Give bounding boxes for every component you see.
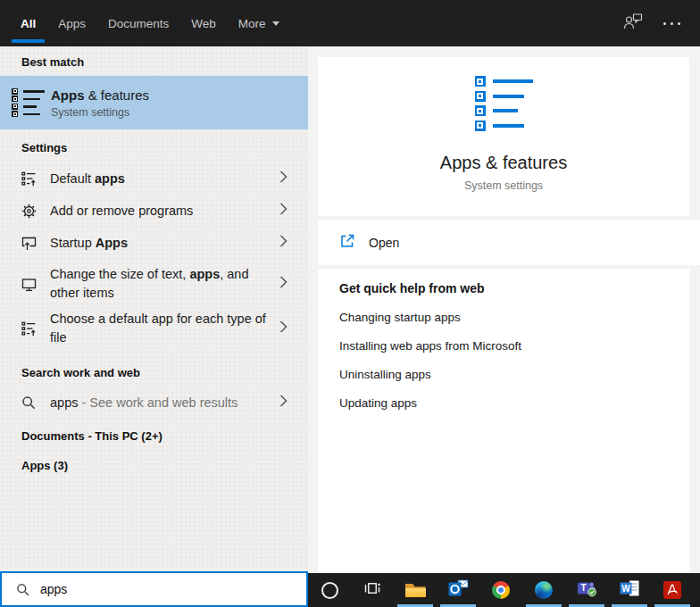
chevron-right-icon bbox=[279, 320, 288, 337]
svg-text:T: T bbox=[580, 583, 586, 593]
best-match-result[interactable]: Apps & features System settings bbox=[0, 76, 308, 129]
feedback-icon[interactable] bbox=[622, 12, 644, 35]
open-action-label: Open bbox=[369, 236, 399, 250]
topbar-actions bbox=[622, 0, 680, 46]
apps-features-icon-large bbox=[318, 76, 689, 131]
search-work-web-header: Search work and web bbox=[0, 366, 308, 380]
search-input[interactable] bbox=[38, 581, 306, 597]
filter-tabs: All Apps Documents Web More bbox=[21, 0, 279, 46]
settings-header: Settings bbox=[0, 141, 308, 155]
word-icon: W bbox=[620, 579, 640, 601]
startup-monitor-icon bbox=[21, 236, 50, 251]
preview-hero-card: Apps & features System settings bbox=[318, 57, 689, 216]
result-startup-apps[interactable]: Startup Apps bbox=[0, 227, 308, 259]
taskbar-search-box bbox=[0, 571, 308, 607]
quick-help-card: Get quick help from web Changing startup… bbox=[318, 269, 689, 573]
result-label: Startup Apps bbox=[50, 234, 128, 253]
tab-more-label: More bbox=[238, 17, 266, 30]
open-action[interactable]: Open bbox=[318, 220, 700, 265]
result-add-remove-programs[interactable]: Add or remove programs bbox=[0, 195, 308, 227]
tab-documents-label: Documents bbox=[108, 17, 169, 30]
windows-search-flyout: All Apps Documents Web More Best match bbox=[0, 0, 700, 607]
best-match-header: Best match bbox=[0, 55, 308, 70]
result-choose-default-app[interactable]: Choose a default app for each type of fi… bbox=[0, 309, 308, 348]
result-label: Add or remove programs bbox=[50, 202, 193, 220]
search-filter-bar: All Apps Documents Web More bbox=[0, 0, 700, 46]
tab-documents[interactable]: Documents bbox=[108, 0, 169, 46]
taskbar-teams-button[interactable]: T bbox=[565, 573, 608, 607]
taskbar-task-view-button[interactable] bbox=[351, 573, 394, 607]
settings-results: Default apps bbox=[0, 162, 308, 348]
chevron-right-icon bbox=[279, 235, 288, 252]
chevron-down-icon bbox=[272, 21, 279, 26]
best-match-subtitle: System settings bbox=[51, 106, 149, 119]
tab-web[interactable]: Web bbox=[191, 0, 216, 46]
help-link-updating-apps[interactable]: Updating apps bbox=[339, 396, 668, 411]
help-link-uninstalling-apps[interactable]: Uninstalling apps bbox=[339, 368, 668, 382]
result-default-apps[interactable]: Default apps bbox=[0, 162, 308, 195]
edge-icon bbox=[535, 581, 553, 599]
tab-more[interactable]: More bbox=[238, 0, 279, 46]
tab-all-label: All bbox=[21, 17, 36, 30]
tab-apps-label: Apps bbox=[58, 17, 86, 30]
taskbar-outlook-button[interactable] bbox=[437, 573, 479, 607]
default-apps-list-icon bbox=[21, 321, 50, 337]
chevron-right-icon bbox=[279, 276, 288, 293]
chevron-right-icon bbox=[279, 203, 288, 220]
apps-features-icon bbox=[12, 88, 51, 118]
result-label: Choose a default app for each type of fi… bbox=[50, 310, 272, 347]
tab-all[interactable]: All bbox=[21, 0, 36, 46]
chevron-right-icon bbox=[279, 395, 288, 412]
quick-help-header: Get quick help from web bbox=[339, 281, 668, 296]
open-in-new-icon bbox=[339, 233, 355, 253]
best-match-title: Apps & features bbox=[51, 87, 149, 104]
preview-subtitle: System settings bbox=[318, 179, 689, 192]
cortana-icon bbox=[321, 582, 338, 599]
result-change-size-of-text[interactable]: Change the size of text, apps, and other… bbox=[0, 264, 308, 304]
result-label: Change the size of text, apps, and other… bbox=[50, 265, 272, 303]
search-icon bbox=[16, 583, 29, 596]
taskbar-edge-button[interactable] bbox=[522, 573, 565, 607]
task-view-icon bbox=[363, 579, 381, 601]
chrome-icon bbox=[492, 581, 510, 599]
acrobat-icon bbox=[663, 581, 681, 599]
help-link-installing-web-apps[interactable]: Installing web apps from Microsoft bbox=[339, 339, 668, 353]
tab-apps[interactable]: Apps bbox=[58, 0, 86, 46]
tab-web-label: Web bbox=[191, 17, 216, 30]
display-icon bbox=[21, 277, 50, 292]
result-web-search[interactable]: apps - See work and web results bbox=[0, 387, 308, 418]
apps-group-header[interactable]: Apps (3) bbox=[0, 459, 308, 473]
result-label: Default apps bbox=[50, 170, 125, 188]
ellipsis-menu-icon[interactable] bbox=[663, 22, 680, 25]
taskbar-word-button[interactable]: W bbox=[608, 573, 651, 607]
preview-panel: Apps & features System settings Open Get… bbox=[308, 46, 700, 573]
default-apps-list-icon bbox=[21, 171, 50, 187]
taskbar-acrobat-button[interactable] bbox=[651, 573, 694, 607]
search-results-panel: Best match Apps & features System settin… bbox=[0, 46, 308, 571]
result-label: apps - See work and web results bbox=[50, 394, 238, 412]
help-link-changing-startup-apps[interactable]: Changing startup apps bbox=[339, 311, 668, 325]
chevron-right-icon bbox=[279, 170, 288, 187]
file-explorer-icon bbox=[405, 582, 426, 598]
taskbar-cortana-button[interactable] bbox=[308, 573, 351, 607]
taskbar-chrome-button[interactable] bbox=[479, 573, 522, 607]
taskbar-file-explorer-button[interactable] bbox=[394, 573, 437, 607]
outlook-icon bbox=[448, 579, 469, 601]
taskbar: T W bbox=[308, 573, 700, 607]
svg-text:W: W bbox=[621, 584, 630, 594]
gear-icon bbox=[21, 204, 50, 219]
teams-icon: T bbox=[577, 579, 597, 601]
best-match-text: Apps & features System settings bbox=[51, 87, 149, 119]
documents-group-header[interactable]: Documents - This PC (2+) bbox=[0, 429, 308, 444]
search-icon bbox=[21, 395, 50, 410]
preview-title: Apps & features bbox=[318, 152, 689, 173]
